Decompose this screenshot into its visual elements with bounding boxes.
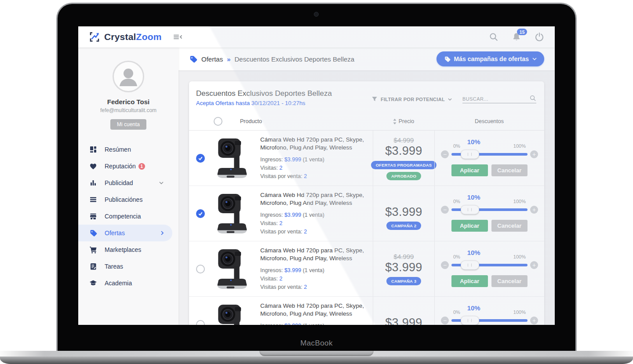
row-checkbox[interactable] (196, 154, 205, 163)
slider-handle[interactable] (461, 261, 479, 270)
filter-dropdown[interactable]: FILTRAR POR POTENCIAL (371, 92, 452, 106)
slider-handle[interactable] (461, 316, 479, 325)
slider-handle[interactable] (461, 150, 479, 159)
product-visits: Visitas: 2 (260, 219, 368, 228)
column-price-sortable[interactable]: Precio (373, 118, 434, 124)
discount-min: 0% (453, 199, 460, 204)
panel-search (462, 91, 536, 103)
brand-name: CrystalZoom (104, 32, 162, 42)
decrease-discount-button[interactable]: − (441, 261, 449, 269)
breadcrumb-separator: » (227, 55, 230, 63)
main-area: Ofertas » Descuentos Exclusivos Deportes… (178, 47, 555, 325)
sidebar-item-publicidad[interactable]: Publicidad (78, 175, 172, 191)
apply-button[interactable]: Aplicar (451, 164, 488, 176)
product-revenue: Ingresos: $3.999 (1 venta) (260, 211, 368, 219)
sidebar-item-academia[interactable]: Academia (78, 275, 172, 291)
panel-deadline-link[interactable]: Acepta Ofertas hasta 30/12/2021 - 10:27h… (196, 100, 332, 106)
search-input[interactable] (462, 96, 529, 102)
chevron-down-icon (532, 58, 537, 60)
cancel-button[interactable]: Cancelar (491, 220, 528, 232)
more-campaigns-button[interactable]: Más campañas de ofertas (437, 51, 544, 66)
discount-min: 0% (453, 254, 460, 259)
product-title[interactable]: Cámara Web Hd 720p para PC, Skype, Micro… (260, 247, 368, 262)
list-icon (89, 196, 97, 204)
product-visits-per-sale: Visitas por venta: 2 (260, 172, 368, 181)
power-logout-icon[interactable] (535, 32, 544, 42)
discount-slider[interactable] (451, 264, 528, 266)
notifications-count-badge: 15 (517, 29, 527, 35)
discount-labels: 0% 10% 100% (441, 195, 538, 204)
status-badge: APROBADO (386, 172, 421, 180)
tag-icon (444, 56, 451, 62)
user-profile: Federico Tosi fefe@multiculturalit.com M… (78, 47, 178, 130)
product-visits-per-sale: Visitas por venta: 2 (260, 283, 368, 291)
macbook-camera-dot (314, 12, 319, 17)
brand-logo[interactable]: CrystalZoom (89, 31, 162, 43)
sidebar-item-tareas[interactable]: Tareas (78, 258, 172, 275)
increase-discount-button[interactable]: + (530, 261, 538, 269)
discount-slider[interactable] (451, 208, 528, 211)
table-row: Cámara Web Hd 720p para PC, Skype, Micro… (189, 186, 544, 241)
search-icon[interactable] (529, 95, 536, 102)
check-icon (198, 156, 203, 161)
discount-labels: 0% 10% 100% (441, 251, 538, 259)
slider-handle[interactable] (461, 205, 479, 215)
top-bar: CrystalZoom (78, 26, 555, 47)
breadcrumb-section[interactable]: Ofertas (201, 55, 223, 63)
crystalzoom-logo-icon (89, 31, 100, 43)
row-checkbox[interactable] (196, 265, 205, 273)
product-image (210, 248, 254, 290)
row-checkbox[interactable] (196, 320, 205, 325)
increase-discount-button[interactable]: + (530, 317, 538, 324)
product-title[interactable]: Cámara Web Hd 720p para PC, Skype, Micro… (260, 136, 368, 152)
decrease-discount-button[interactable]: − (441, 206, 449, 214)
discount-slider[interactable] (451, 319, 528, 322)
product-visits: Visitas: 2 (260, 275, 368, 283)
discount-min: 0% (453, 143, 460, 149)
product-revenue: Ingresos: $3.999 (1 venta) (260, 322, 368, 325)
discount-value: 10% (467, 304, 480, 312)
increase-discount-button[interactable]: + (530, 150, 538, 158)
sidebar-item-ofertas[interactable]: Ofertas (78, 225, 172, 241)
my-account-button[interactable]: Mi cuenta (110, 119, 146, 130)
product-title[interactable]: Cámara Web Hd 720p para PC, Skype, Micro… (260, 302, 368, 318)
table-row: Cámara Web Hd 720p para PC, Skype, Micro… (189, 297, 544, 325)
apply-button[interactable]: Aplicar (451, 220, 488, 232)
slider-grip (468, 208, 472, 211)
app-screen: CrystalZoom (78, 26, 555, 325)
current-price: $3.999 (385, 205, 422, 219)
product-image (210, 193, 254, 235)
discount-value: 10% (467, 249, 480, 256)
sidebar-item-resumen[interactable]: Resúmen (78, 141, 172, 158)
sidebar-item-reputacion[interactable]: Reputación 1 (78, 158, 172, 175)
product-image (210, 303, 254, 325)
search-icon[interactable] (489, 32, 498, 42)
discount-value: 10% (467, 138, 480, 146)
sidebar-item-competencia[interactable]: Competencia (78, 208, 172, 225)
cancel-button[interactable]: Cancelar (491, 164, 528, 176)
status-badge: OFERTAS PROGRAMADAS (371, 161, 437, 169)
sidebar-item-marketplaces[interactable]: Marketplaces (78, 241, 172, 258)
decrease-discount-button[interactable]: − (441, 317, 449, 324)
sidebar-collapse-icon[interactable] (173, 33, 182, 41)
discount-value: 10% (467, 193, 480, 201)
product-title[interactable]: Cámara Web Hd 720p para PC, Skype, Micro… (260, 191, 368, 207)
macbook-base (0, 351, 633, 364)
breadcrumb-current: Descuentos Exclusivos Deportes Belleza (235, 55, 355, 63)
macbook-thumb-notch (259, 351, 374, 356)
breadcrumb-bar: Ofertas » Descuentos Exclusivos Deportes… (178, 47, 555, 70)
table-row: Cámara Web Hd 720p para PC, Skype, Micro… (189, 131, 544, 186)
apply-button[interactable]: Aplicar (451, 275, 488, 287)
sidebar-item-publicaciones[interactable]: Publicaciónes (78, 191, 172, 208)
notifications-bell-icon[interactable]: 15 (512, 32, 521, 42)
decrease-discount-button[interactable]: − (441, 150, 449, 158)
row-checkbox[interactable] (196, 209, 205, 218)
discount-slider[interactable] (451, 153, 528, 156)
slider-grip (468, 153, 472, 156)
current-price: $3.999 (385, 261, 422, 274)
cancel-button[interactable]: Cancelar (491, 275, 528, 287)
select-all-checkbox[interactable] (214, 117, 222, 126)
macbook-base-edge (0, 351, 633, 357)
discount-max: 100% (513, 309, 526, 315)
increase-discount-button[interactable]: + (530, 206, 538, 214)
